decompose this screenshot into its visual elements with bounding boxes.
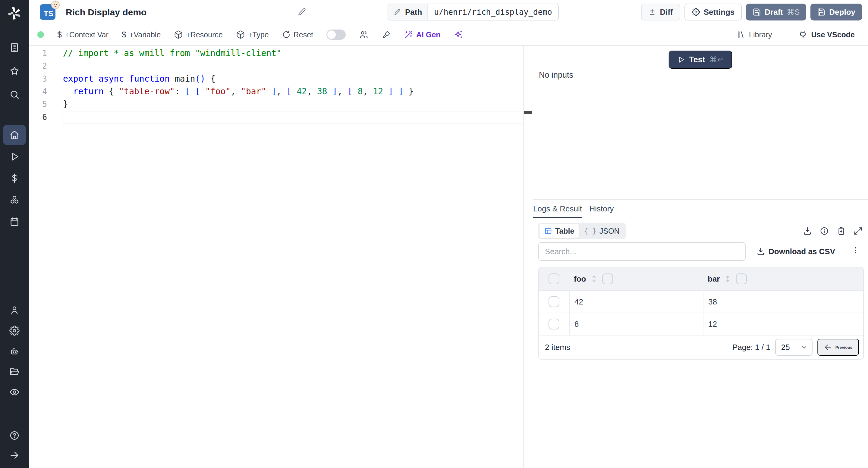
save-icon	[817, 8, 826, 16]
info-icon[interactable]	[820, 227, 829, 235]
editor-toolbar: $ +Context Var $ +Variable +Resource +Ty…	[29, 24, 868, 46]
column-header-foo[interactable]: foo	[574, 274, 586, 284]
diff-mode-toggle[interactable]	[327, 30, 346, 40]
table-search-input[interactable]	[538, 242, 746, 261]
column-header-bar[interactable]: bar	[708, 274, 720, 284]
folders-icon[interactable]	[8, 365, 21, 378]
table-header-row: foo bar	[539, 267, 863, 290]
home-icon[interactable]	[8, 128, 21, 141]
ai-gen-button[interactable]: AI Gen	[404, 30, 441, 39]
settings-gear-icon[interactable]	[8, 324, 21, 337]
code-line[interactable]	[62, 111, 523, 124]
code-line[interactable]: return { "table-row": [ [ "foo", "bar" ]…	[62, 85, 523, 98]
line-number: 4	[29, 85, 47, 98]
path-pencil-icon	[394, 8, 401, 16]
view-json-option[interactable]: { } JSON	[579, 224, 624, 238]
result-tabs: Logs & Result History	[533, 200, 868, 218]
sort-icon[interactable]	[724, 275, 732, 283]
diff-icon	[648, 8, 656, 16]
table-cell: 42	[569, 291, 703, 312]
cursor-overview-marker	[524, 111, 532, 114]
line-number-gutter: 123456	[29, 47, 47, 124]
sidebar-divider	[0, 28, 29, 28]
add-variable-button[interactable]: $ +Variable	[122, 30, 161, 39]
windmill-logo-icon[interactable]	[6, 5, 23, 22]
baby-emoji-icon	[51, 0, 60, 10]
tab-history[interactable]: History	[582, 200, 621, 218]
path-label: Path	[405, 7, 422, 17]
edit-summary-pencil-icon[interactable]	[297, 7, 307, 17]
schedules-calendar-icon[interactable]	[8, 215, 21, 228]
select-all-checkbox[interactable]	[549, 273, 559, 284]
line-number: 3	[29, 73, 47, 85]
help-icon[interactable]	[8, 429, 21, 442]
table-row[interactable]: 812	[539, 312, 863, 335]
windmill-script-editor: TS Rich Display demo Path	[0, 0, 868, 468]
save-draft-button[interactable]: Draft ⌘S	[746, 4, 806, 21]
tab-logs-result[interactable]: Logs & Result	[533, 200, 582, 218]
expand-fullscreen-icon[interactable]	[854, 227, 863, 235]
result-table: foo bar 4238812 2 items	[538, 267, 864, 360]
play-icon	[677, 56, 685, 64]
code-line[interactable]: export async function main() {	[62, 73, 523, 85]
table-options-kebab-icon[interactable]	[851, 246, 860, 255]
column-bar-checkbox[interactable]	[736, 273, 747, 284]
run-result-panel: Test ⌘↵ No inputs Logs & Result History …	[533, 46, 868, 468]
items-count: 2 items	[545, 343, 570, 352]
favorites-star-icon[interactable]	[8, 64, 21, 78]
line-number: 1	[29, 47, 47, 60]
reset-button[interactable]: Reset	[282, 30, 313, 39]
code-line[interactable]: // import * as wmill from "windmill-clie…	[62, 47, 523, 60]
diff-button[interactable]: Diff	[641, 4, 680, 21]
sort-icon[interactable]	[590, 275, 598, 283]
users-person-icon[interactable]	[8, 304, 21, 317]
vscode-octocat-icon	[798, 30, 807, 39]
reset-icon	[282, 30, 290, 39]
view-table-option[interactable]: Table	[539, 224, 579, 238]
expand-sidebar-arrow-icon[interactable]	[8, 449, 21, 462]
add-type-button[interactable]: +Type	[236, 30, 269, 39]
row-checkbox[interactable]	[549, 319, 559, 330]
code-line[interactable]	[62, 60, 523, 72]
pane-splitter[interactable]	[532, 46, 532, 468]
test-button[interactable]: Test ⌘↵	[669, 51, 732, 69]
runs-play-icon[interactable]	[8, 150, 21, 163]
table-cell: 8	[569, 313, 703, 335]
workspace-icon[interactable]	[8, 41, 21, 54]
chevron-down-icon	[801, 344, 808, 351]
settings-button[interactable]: Settings	[684, 4, 742, 21]
page-indicator: Page: 1 / 1	[733, 343, 770, 352]
magic-wand-icon	[404, 30, 413, 39]
deploy-button[interactable]: Deploy	[810, 4, 862, 21]
table-footer: 2 items Page: 1 / 1 25 Previous	[539, 335, 863, 359]
multiplayer-users-icon[interactable]	[359, 30, 369, 39]
sparkles-icon[interactable]	[454, 30, 463, 39]
previous-page-button[interactable]: Previous	[817, 339, 859, 356]
search-icon[interactable]	[8, 88, 21, 101]
path-pill[interactable]: Path u/henri/rich_display_demo	[388, 4, 559, 21]
download-result-icon[interactable]	[803, 227, 812, 235]
code-lines[interactable]: // import * as wmill from "windmill-clie…	[62, 47, 523, 124]
resources-cubes-icon[interactable]	[8, 193, 21, 207]
arrow-left-icon	[824, 343, 832, 351]
format-brush-icon[interactable]	[382, 30, 391, 39]
download-csv-button[interactable]: Download as CSV	[756, 242, 835, 261]
add-resource-button[interactable]: +Resource	[174, 30, 223, 39]
typescript-badge-label: TS	[44, 9, 53, 18]
audit-eye-icon[interactable]	[8, 386, 21, 399]
copy-clipboard-icon[interactable]	[837, 227, 846, 235]
page-size-select[interactable]: 25	[775, 339, 812, 356]
row-checkbox[interactable]	[549, 296, 559, 307]
use-vscode-button[interactable]: Use VScode	[798, 30, 855, 39]
code-line[interactable]: }	[62, 98, 523, 110]
workers-robot-icon[interactable]	[8, 344, 21, 358]
view-toggle: Table { } JSON	[538, 223, 626, 239]
variables-dollar-icon[interactable]	[8, 172, 21, 185]
add-context-var-button[interactable]: $ +Context Var	[57, 30, 108, 39]
column-foo-checkbox[interactable]	[602, 273, 613, 284]
code-editor[interactable]: 123456 // import * as wmill from "windmi…	[29, 46, 533, 468]
table-row[interactable]: 4238	[539, 290, 863, 312]
line-number: 6	[29, 111, 47, 124]
status-dot	[37, 31, 44, 38]
library-button[interactable]: Library	[736, 30, 772, 39]
